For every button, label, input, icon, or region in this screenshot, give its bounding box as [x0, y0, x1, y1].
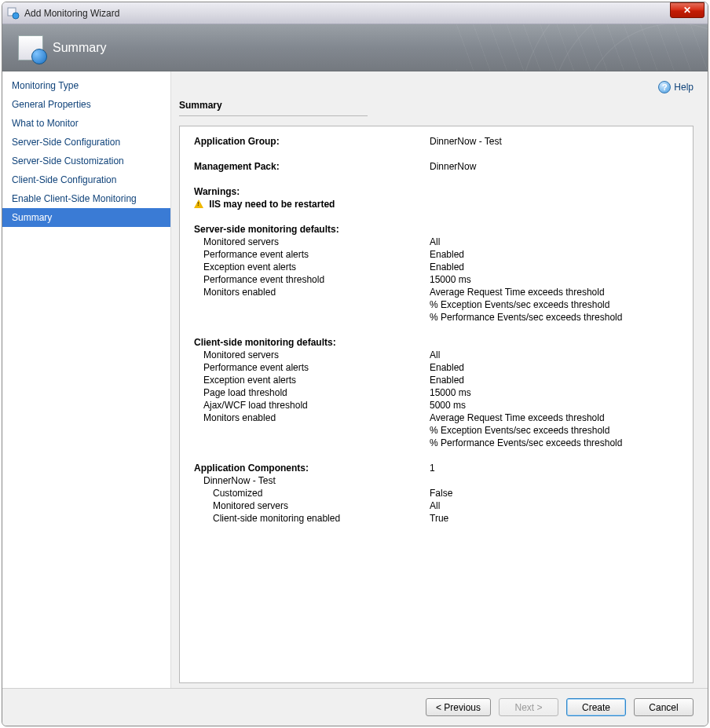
label-management-pack: Management Pack: — [194, 161, 430, 172]
titlebar: Add Monitoring Wizard ✕ — [2, 2, 708, 24]
next-button: Next > — [499, 698, 558, 716]
row-warnings-header: Warnings: — [194, 186, 679, 197]
value-component-1-monitored-servers: All — [430, 500, 679, 511]
value-client-monitors-3: % Performance Events/sec exceeds thresho… — [430, 437, 679, 448]
value-server-monitored-servers: All — [430, 236, 679, 247]
label-client-exc-alerts: Exception event alerts — [194, 375, 430, 386]
banner-title: Summary — [53, 41, 106, 55]
banner: Summary — [2, 24, 708, 71]
sidebar-item-label: Enable Client-Side Monitoring — [12, 193, 137, 204]
client-defaults-heading: Client-side monitoring defaults: — [194, 337, 430, 348]
value-client-monitors-1: Average Request Time exceeds threshold — [430, 412, 679, 423]
sidebar-item-label: Monitoring Type — [12, 80, 79, 91]
row-client-monitors-enabled: Monitors enabled Average Request Time ex… — [194, 412, 679, 423]
summary-content: Application Group: DinnerNow - Test Mana… — [179, 126, 694, 683]
row-client-ajax-threshold: Ajax/WCF load threshold 5000 ms — [194, 400, 679, 411]
value-management-pack: DinnerNow — [430, 161, 679, 172]
sidebar-item-label: What to Monitor — [12, 118, 79, 129]
value-client-monitored-servers: All — [430, 349, 679, 360]
value-application-group: DinnerNow - Test — [430, 136, 679, 147]
label-component-1-client-side-enabled: Client-side monitoring enabled — [194, 513, 430, 524]
sidebar-item-general-properties[interactable]: General Properties — [2, 95, 170, 114]
row-server-heading: Server-side monitoring defaults: — [194, 224, 679, 235]
label-server-perf-alerts: Performance event alerts — [194, 249, 430, 260]
server-defaults-heading: Server-side monitoring defaults: — [194, 224, 430, 235]
main-panel: ? Help Summary Application Group: Dinner… — [171, 71, 708, 688]
wizard-footer: < Previous Next > Create Cancel — [2, 688, 708, 726]
value-client-exc-alerts: Enabled — [430, 375, 679, 386]
help-link[interactable]: Help — [674, 82, 694, 93]
help-row: ? Help — [179, 81, 694, 93]
value-server-monitors-1: Average Request Time exceeds threshold — [430, 287, 679, 298]
value-component-1-client-side-enabled: True — [430, 513, 679, 524]
label-app-components: Application Components: — [194, 463, 430, 474]
help-icon: ? — [658, 81, 671, 93]
label-application-group: Application Group: — [194, 136, 430, 147]
value-client-perf-alerts: Enabled — [430, 362, 679, 373]
sidebar-item-client-side-configuration[interactable]: Client-Side Configuration — [2, 170, 170, 189]
label-component-1-customized: Customized — [194, 488, 430, 499]
sidebar-item-server-side-configuration[interactable]: Server-Side Configuration — [2, 133, 170, 152]
value-client-page-load-threshold: 15000 ms — [430, 387, 679, 398]
row-server-exc-alerts: Exception event alerts Enabled — [194, 262, 679, 273]
sidebar-item-what-to-monitor[interactable]: What to Monitor — [2, 114, 170, 133]
warning-icon — [194, 199, 203, 208]
create-button[interactable]: Create — [566, 698, 626, 716]
label-component-1-monitored-servers: Monitored servers — [194, 500, 430, 511]
sidebar-item-monitoring-type[interactable]: Monitoring Type — [2, 76, 170, 95]
row-server-monitored-servers: Monitored servers All — [194, 236, 679, 247]
row-app-components: Application Components: 1 — [194, 463, 679, 474]
warning-text: IIS may need to be restarted — [209, 199, 335, 210]
sidebar-item-label: General Properties — [12, 99, 91, 110]
row-server-monitors-2: % Exception Events/sec exceeds threshold — [194, 299, 679, 310]
row-application-group: Application Group: DinnerNow - Test — [194, 136, 679, 147]
label-server-exc-alerts: Exception event alerts — [194, 262, 430, 273]
row-client-exc-alerts: Exception event alerts Enabled — [194, 375, 679, 386]
page-title: Summary — [179, 100, 368, 116]
label-client-monitored-servers: Monitored servers — [194, 349, 430, 360]
svg-point-1 — [13, 13, 19, 19]
row-client-monitored-servers: Monitored servers All — [194, 349, 679, 360]
sidebar-item-label: Server-Side Configuration — [12, 137, 120, 148]
sidebar-item-summary[interactable]: Summary — [2, 208, 170, 227]
cancel-button[interactable]: Cancel — [634, 698, 694, 716]
value-client-ajax-threshold: 5000 ms — [430, 400, 679, 411]
row-client-monitors-3: % Performance Events/sec exceeds thresho… — [194, 437, 679, 448]
value-server-exc-alerts: Enabled — [430, 262, 679, 273]
close-button[interactable]: ✕ — [670, 2, 705, 18]
value-server-perf-threshold: 15000 ms — [430, 274, 679, 285]
sidebar-item-enable-client-side-monitoring[interactable]: Enable Client-Side Monitoring — [2, 189, 170, 208]
value-component-1-customized: False — [430, 488, 679, 499]
row-component-1-name: DinnerNow - Test — [194, 475, 679, 486]
close-icon: ✕ — [683, 5, 691, 16]
value-server-monitors-3: % Performance Events/sec exceeds thresho… — [430, 312, 679, 323]
row-server-monitors-enabled: Monitors enabled Average Request Time ex… — [194, 287, 679, 298]
row-client-heading: Client-side monitoring defaults: — [194, 337, 679, 348]
banner-icon — [18, 35, 43, 60]
sidebar-item-label: Client-Side Configuration — [12, 174, 116, 185]
row-component-1-client-side-enabled: Client-side monitoring enabled True — [194, 513, 679, 524]
row-warning-1: IIS may need to be restarted — [194, 199, 679, 210]
row-client-monitors-2: % Exception Events/sec exceeds threshold — [194, 425, 679, 436]
value-server-monitors-2: % Exception Events/sec exceeds threshold — [430, 299, 679, 310]
wizard-window: Add Monitoring Wizard ✕ Summary Monitori… — [2, 2, 708, 726]
label-client-ajax-threshold: Ajax/WCF load threshold — [194, 400, 430, 411]
value-app-components: 1 — [430, 463, 679, 474]
sidebar-item-label: Server-Side Customization — [12, 155, 124, 166]
label-client-perf-alerts: Performance event alerts — [194, 362, 430, 373]
row-client-perf-alerts: Performance event alerts Enabled — [194, 362, 679, 373]
previous-button[interactable]: < Previous — [426, 698, 491, 716]
row-server-monitors-3: % Performance Events/sec exceeds thresho… — [194, 312, 679, 323]
row-server-perf-alerts: Performance event alerts Enabled — [194, 249, 679, 260]
label-server-perf-threshold: Performance event threshold — [194, 274, 430, 285]
row-client-page-load-threshold: Page load threshold 15000 ms — [194, 387, 679, 398]
row-management-pack: Management Pack: DinnerNow — [194, 161, 679, 172]
row-component-1-monitored-servers: Monitored servers All — [194, 500, 679, 511]
sidebar-item-server-side-customization[interactable]: Server-Side Customization — [2, 152, 170, 170]
label-server-monitored-servers: Monitored servers — [194, 236, 430, 247]
wizard-body: Monitoring Type General Properties What … — [2, 71, 708, 688]
banner-decoration — [456, 24, 708, 71]
row-server-perf-threshold: Performance event threshold 15000 ms — [194, 274, 679, 285]
label-warnings: Warnings: — [194, 186, 430, 197]
label-client-monitors-enabled: Monitors enabled — [194, 412, 430, 423]
